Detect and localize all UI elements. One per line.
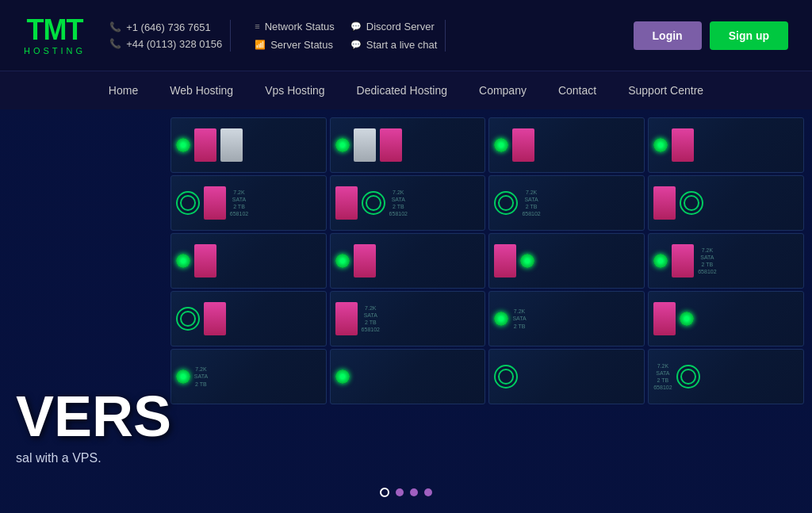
server-unit xyxy=(648,291,804,346)
carousel-dots xyxy=(380,488,432,497)
server-drive xyxy=(220,128,243,162)
links-area: ≡ Network Status 📶 Server Status xyxy=(255,21,335,51)
server-label: 7.2KSATA2 TB xyxy=(512,308,526,329)
server-label: 7.2KSATA2 TB658102 xyxy=(698,247,716,275)
server-drive xyxy=(653,302,676,335)
hero-title: VERS xyxy=(16,388,171,445)
top-bar: TMT HOSTING 📞 +1 (646) 736 7651 📞 +44 (0… xyxy=(0,0,812,71)
server-unit: 7.2KSATA2 TB658102 xyxy=(648,349,804,404)
server-indicator xyxy=(520,254,534,268)
rack-col-4: 7.2KSATA2 TB658102 7.2KSATA2 TB658102 xyxy=(648,117,804,505)
phone2-icon: 📞 xyxy=(109,38,121,49)
phone1-number: +1 (646) 736 7651 xyxy=(126,21,211,33)
server-indicator xyxy=(653,138,668,152)
discord-label: Discord Server xyxy=(366,21,435,33)
phone1-item[interactable]: 📞 +1 (646) 736 7651 xyxy=(109,21,222,33)
network-status-label: Network Status xyxy=(265,21,335,33)
server-unit xyxy=(648,175,804,231)
server-label: 7.2KSATA2 TB xyxy=(194,366,208,387)
logo: TMT HOSTING xyxy=(24,16,86,56)
server-unit: 7.2KSATA2 TB658102 xyxy=(330,291,486,346)
server-unit xyxy=(170,291,327,346)
server-drive xyxy=(653,186,676,220)
server-unit: 7.2KSATA2 TB658102 xyxy=(648,233,804,289)
nav-web-hosting[interactable]: Web Hosting xyxy=(154,71,249,109)
server-indicator xyxy=(176,254,190,268)
server-drive xyxy=(512,128,534,162)
server-indicator xyxy=(335,254,350,268)
server-drive xyxy=(672,244,694,278)
login-button[interactable]: Login xyxy=(634,21,702,50)
server-label: 7.2KSATA2 TB658102 xyxy=(389,189,408,217)
links-area-right: 💬 Discord Server 💬 Start a live chat xyxy=(350,21,438,51)
main-nav: Home Web Hosting Vps Hosting Dedicated H… xyxy=(0,71,812,109)
discord-icon: 💬 xyxy=(350,21,362,32)
hero-subtitle: sal with a VPS. xyxy=(16,451,171,465)
rack-col-3: 7.2KSATA2 TB658102 7.2KSATA2 TB xyxy=(488,117,645,505)
server-unit: 7.2KSATA2 TB658102 xyxy=(330,175,486,231)
server-drive xyxy=(335,186,358,220)
nav-dedicated-hosting[interactable]: Dedicated Hosting xyxy=(341,71,463,109)
server-circle xyxy=(176,191,200,215)
server-status-link[interactable]: 📶 Server Status xyxy=(255,39,335,51)
server-unit: 7.2KSATA2 TB658102 xyxy=(488,175,645,231)
server-indicator xyxy=(653,254,668,268)
server-drive xyxy=(354,128,376,162)
carousel-dot-4[interactable] xyxy=(424,488,432,496)
server-unit: 7.2KSATA2 TB xyxy=(170,349,327,404)
server-drive xyxy=(204,186,226,220)
chat-icon: 💬 xyxy=(350,40,362,50)
nav-contact[interactable]: Contact xyxy=(542,71,612,109)
server-status-label: Server Status xyxy=(270,39,333,51)
server-circle xyxy=(494,365,518,389)
discord-link[interactable]: 💬 Discord Server xyxy=(350,21,438,33)
nav-vps-hosting[interactable]: Vps Hosting xyxy=(249,71,340,109)
server-indicator xyxy=(494,312,508,326)
network-icon: ≡ xyxy=(255,21,259,31)
carousel-dot-3[interactable] xyxy=(410,488,418,496)
carousel-dot-2[interactable] xyxy=(396,488,404,496)
server-drive xyxy=(494,244,516,278)
live-chat-link[interactable]: 💬 Start a live chat xyxy=(350,39,438,51)
server-unit xyxy=(170,233,327,289)
server-indicator xyxy=(335,369,350,384)
server-drive xyxy=(380,128,402,162)
nav-home[interactable]: Home xyxy=(93,71,154,109)
server-indicator xyxy=(494,138,508,152)
server-unit xyxy=(488,117,645,173)
server-drive xyxy=(672,128,694,162)
server-drive xyxy=(354,244,376,278)
phone2-item[interactable]: 📞 +44 (0113) 328 0156 xyxy=(109,38,222,50)
nav-support[interactable]: Support Centre xyxy=(612,71,719,109)
live-chat-label: Start a live chat xyxy=(366,39,438,51)
server-unit xyxy=(648,117,804,173)
server-drive xyxy=(194,244,216,278)
hero-content: VERS sal with a VPS. xyxy=(16,388,171,465)
server-drive xyxy=(335,302,358,335)
server-unit xyxy=(170,117,327,173)
server-indicator xyxy=(176,369,190,384)
carousel-dot-1[interactable] xyxy=(380,488,389,497)
server-label: 7.2KSATA2 TB658102 xyxy=(230,189,248,217)
server-unit: 7.2KSATA2 TB xyxy=(488,291,645,346)
server-circle xyxy=(362,191,385,215)
logo-text: TMT xyxy=(27,16,83,44)
nav-company[interactable]: Company xyxy=(463,71,542,109)
logo-sub: HOSTING xyxy=(24,46,86,56)
server-unit xyxy=(330,349,486,404)
phone2-number: +44 (0113) 328 0156 xyxy=(126,38,222,50)
server-drive xyxy=(194,128,216,162)
server-status-icon: 📶 xyxy=(255,40,266,50)
hero-section: 7.2KSATA2 TB658102 7.2KSATA2 TB xyxy=(0,109,812,513)
signup-button[interactable]: Sign up xyxy=(710,21,788,50)
rack-col-2: 7.2KSATA2 TB658102 7.2KSATA2 TB658102 xyxy=(330,117,486,505)
server-unit xyxy=(330,117,486,173)
server-indicator xyxy=(680,312,694,326)
server-unit xyxy=(330,233,486,289)
server-label: 7.2KSATA2 TB658102 xyxy=(362,304,380,333)
rack-container: 7.2KSATA2 TB658102 7.2KSATA2 TB xyxy=(163,109,812,513)
network-status-link[interactable]: ≡ Network Status xyxy=(255,21,335,33)
divider xyxy=(230,20,231,52)
divider2 xyxy=(445,20,446,52)
server-circle xyxy=(676,365,700,389)
